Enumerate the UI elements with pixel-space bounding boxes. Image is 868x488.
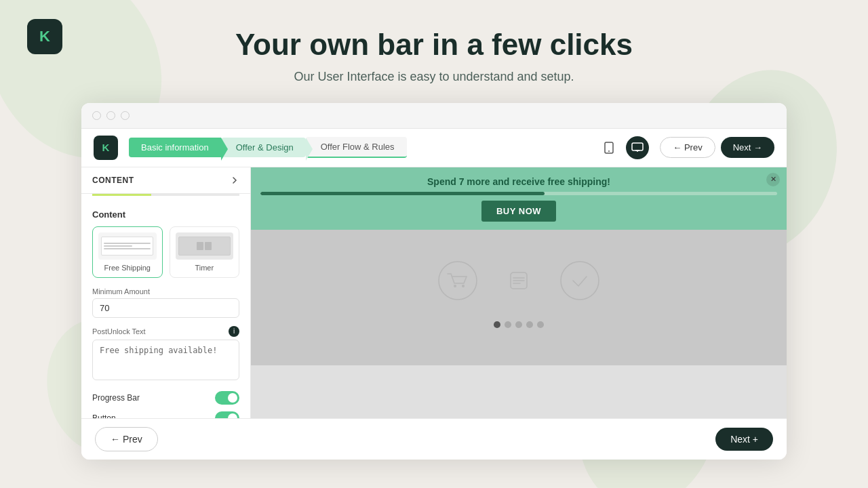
preview-dot-1 xyxy=(494,321,500,328)
buy-now-button[interactable]: BUY NOW xyxy=(481,201,556,222)
svg-point-5 xyxy=(608,150,610,152)
mobile-view-button[interactable] xyxy=(597,136,620,159)
button-toggle-row: Button xyxy=(92,411,239,418)
prev-button-top[interactable]: ← Prev xyxy=(660,137,715,158)
content-section: Content Free Shipping xyxy=(81,204,250,418)
button-label: Button xyxy=(92,413,116,418)
timer-preview-inner xyxy=(178,237,231,256)
minimum-amount-input[interactable] xyxy=(92,298,239,318)
free-shipping-preview-inner xyxy=(101,237,153,256)
next-button-bottom[interactable]: Next + xyxy=(715,428,773,451)
brand-letter: K xyxy=(39,28,50,45)
app-content: CONTENT Content xyxy=(81,167,787,418)
preview-dot-3 xyxy=(515,321,522,328)
step-3-label: Offer Flow & Rules xyxy=(321,142,395,152)
navbar-nav-buttons: ← Prev Next → xyxy=(660,137,774,158)
app-logo-letter: K xyxy=(102,142,110,153)
sidebar: CONTENT Content xyxy=(81,167,251,418)
progress-bar-toggle-row: Progress Bar xyxy=(92,391,239,405)
cart-icon-right xyxy=(559,260,600,301)
window-dot-maximize xyxy=(121,111,130,120)
app-window: K Basic information Offer & Design Offer… xyxy=(81,103,787,460)
cart-illustration xyxy=(437,260,600,301)
app-logo: K xyxy=(94,136,118,160)
app-navbar: K Basic information Offer & Design Offer… xyxy=(81,129,787,167)
desktop-icon xyxy=(631,142,644,152)
next-button-top[interactable]: Next → xyxy=(721,137,774,158)
preview-line-1 xyxy=(104,243,151,244)
svg-point-10 xyxy=(454,285,456,287)
prev-button-bottom[interactable]: ← Prev xyxy=(95,427,158,451)
step-2-label: Offer & Design xyxy=(236,142,294,152)
progress-bar-toggle[interactable] xyxy=(215,391,239,405)
desktop-view-button[interactable] xyxy=(626,136,649,159)
brand-logo: K xyxy=(27,19,62,54)
preview-dot-4 xyxy=(526,321,533,328)
minimum-amount-group: Minimum Amount xyxy=(92,287,239,318)
preview-action-row: BUY NOW xyxy=(251,201,787,230)
post-unlock-label: PostUnlock Text i xyxy=(92,326,239,337)
post-unlock-group: PostUnlock Text i Free shipping availabl… xyxy=(92,326,239,383)
steps-nav: Basic information Offer & Design Offer F… xyxy=(129,137,597,158)
sidebar-progress-bar xyxy=(92,194,239,196)
preview-dot-5 xyxy=(537,321,544,328)
preview-line-2 xyxy=(104,245,132,247)
mobile-icon xyxy=(604,142,614,154)
free-shipping-label: Free Shipping xyxy=(98,264,157,272)
content-label: Content xyxy=(92,209,239,220)
preview-dot-2 xyxy=(505,321,511,328)
timer-label: Timer xyxy=(176,264,234,272)
cart-icon-middle xyxy=(498,260,539,301)
post-unlock-textarea[interactable]: Free shipping available! xyxy=(92,340,239,380)
preview-bar-text: Spend 7 more and receive free shipping! xyxy=(427,176,610,187)
progress-bar-label: Progress Bar xyxy=(92,393,140,403)
cart-icon-left xyxy=(437,260,478,301)
page-subtitle: Our User Interface is easy to understand… xyxy=(0,70,868,84)
svg-rect-6 xyxy=(632,143,643,150)
preview-line-3 xyxy=(104,248,151,249)
preview-bar-top: Spend 7 more and receive free shipping! … xyxy=(251,167,787,192)
free-shipping-preview xyxy=(98,232,157,260)
window-dot-minimize xyxy=(106,111,115,120)
preview-bar-progress-fill xyxy=(260,192,545,195)
shop-content xyxy=(251,230,787,365)
device-icons xyxy=(597,136,649,159)
timer-card[interactable]: Timer xyxy=(170,226,240,278)
preview-close-button[interactable]: ✕ xyxy=(766,173,780,186)
bottom-nav: ← Prev Next + xyxy=(81,418,787,460)
content-cards: Free Shipping Timer xyxy=(92,226,239,278)
window-dot-close xyxy=(92,111,101,120)
preview-bar-section: Spend 7 more and receive free shipping! … xyxy=(251,167,787,230)
step-basic-information[interactable]: Basic information xyxy=(129,138,221,157)
page-header: Your own bar in a few clicks Our User In… xyxy=(0,0,868,84)
preview-area: Spend 7 more and receive free shipping! … xyxy=(251,167,787,418)
free-shipping-card[interactable]: Free Shipping xyxy=(92,226,163,278)
svg-point-11 xyxy=(462,285,465,287)
arrow-right-icon xyxy=(230,176,239,185)
sidebar-header: CONTENT xyxy=(81,167,250,194)
info-icon[interactable]: i xyxy=(229,326,239,337)
step-offer-design[interactable]: Offer & Design xyxy=(221,138,306,157)
preview-bar-progress xyxy=(260,192,777,195)
minimum-amount-label: Minimum Amount xyxy=(92,287,239,296)
sidebar-header-title: CONTENT xyxy=(92,176,134,185)
window-chrome xyxy=(81,103,787,129)
preview-dots xyxy=(494,314,544,335)
sidebar-progress-fill xyxy=(92,194,151,196)
step-offer-flow[interactable]: Offer Flow & Rules xyxy=(306,137,407,158)
svg-point-13 xyxy=(561,262,599,300)
page-title: Your own bar in a few clicks xyxy=(0,27,868,63)
svg-point-9 xyxy=(439,262,477,300)
button-toggle[interactable] xyxy=(215,411,239,418)
timer-preview xyxy=(176,232,234,260)
step-1-label: Basic information xyxy=(141,142,209,152)
